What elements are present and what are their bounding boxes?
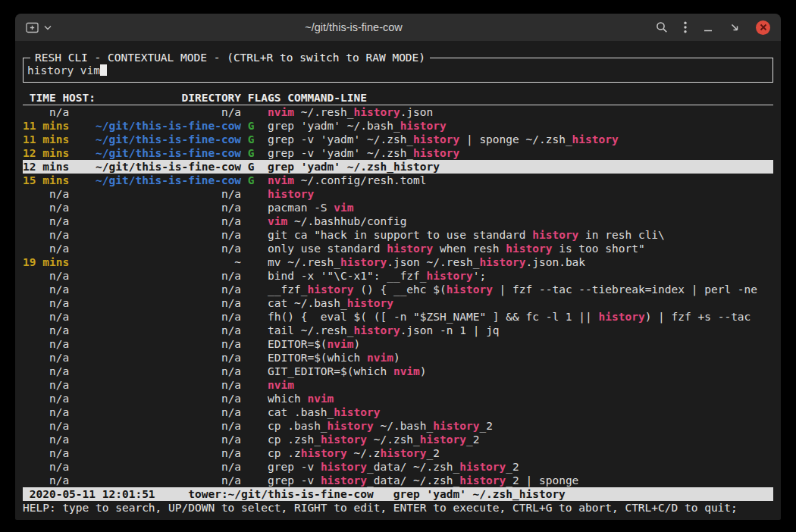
history-row[interactable]: 15 mins ~/git/this-is-fine-cow G nvim ~/… <box>23 174 773 187</box>
history-row[interactable]: n/a n/a tail ~/.resh_history.json -n 1 |… <box>23 324 773 337</box>
minimize-button[interactable] <box>703 22 713 33</box>
history-row[interactable]: n/a n/a history <box>23 187 773 201</box>
menu-kebab-icon[interactable] <box>684 21 687 33</box>
status-bar: 2020-05-11 12:01:51 tower:~/git/this-is-… <box>23 487 773 501</box>
history-row[interactable]: n/a n/a cp .zsh_history ~/.zsh_history_2 <box>23 433 773 446</box>
search-box[interactable]: RESH CLI - CONTEXTUAL MODE - (CTRL+R to … <box>23 58 773 83</box>
history-row[interactable]: n/a n/a cat ~/.bash_history <box>23 296 773 310</box>
titlebar: ~/git/this-is-fine-cow <box>15 14 781 41</box>
history-row[interactable]: n/a n/a grep -v history_data/ ~/.zsh_his… <box>23 474 773 487</box>
history-row[interactable]: n/a n/a grep -v history_data/ ~/.zsh_his… <box>23 460 773 474</box>
history-row[interactable]: n/a n/a cat .bash_history <box>23 405 773 419</box>
table-header: TIME HOST: DIRECTORY FLAGS COMMAND-LINE <box>23 91 773 105</box>
chevron-down-icon[interactable] <box>44 25 52 30</box>
titlebar-right-group <box>656 20 770 35</box>
new-tab-icon[interactable] <box>26 22 39 33</box>
search-query: history vim <box>27 64 100 77</box>
history-row[interactable]: n/a n/a bind -x '"\C-x1": __fzf_history'… <box>23 269 773 283</box>
search-input[interactable]: history vim <box>24 64 107 77</box>
history-row[interactable]: n/a n/a pacman -S vim <box>23 201 773 214</box>
history-row[interactable]: n/a n/a only use standard history when r… <box>23 242 773 255</box>
history-row[interactable]: 19 mins ~ mv ~/.resh_history.json ~/.res… <box>23 255 773 269</box>
titlebar-left-group <box>26 22 52 33</box>
history-row[interactable]: n/a n/a nvim ~/.resh_history.json <box>23 105 773 119</box>
history-row[interactable]: n/a n/a cp .bash_history ~/.bash_history… <box>23 419 773 433</box>
history-row[interactable]: 12 mins ~/git/this-is-fine-cow G grep -v… <box>23 146 773 160</box>
terminal-content: RESH CLI - CONTEXTUAL MODE - (CTRL+R to … <box>15 41 781 515</box>
history-row[interactable]: n/a n/a nvim <box>23 378 773 392</box>
history-row[interactable]: n/a n/a EDITOR=$(nvim) <box>23 337 773 351</box>
restore-button[interactable] <box>729 22 740 33</box>
history-row[interactable]: 12 mins ~/git/this-is-fine-cow G grep 'y… <box>23 160 773 174</box>
close-icon <box>760 23 767 31</box>
history-row[interactable]: n/a n/a cp .zhistory ~/.zhistory_2 <box>23 446 773 460</box>
help-line: HELP: type to search, UP/DOWN to select,… <box>23 501 773 515</box>
history-row[interactable]: n/a n/a __fzf_history () { __ehc $(histo… <box>23 283 773 296</box>
history-rows: n/a n/a nvim ~/.resh_history.json11 mins… <box>23 105 773 487</box>
close-button[interactable] <box>756 20 770 35</box>
history-row[interactable]: n/a n/a EDITOR=$(which nvim) <box>23 351 773 365</box>
history-row[interactable]: n/a n/a which nvim <box>23 392 773 405</box>
window-title: ~/git/this-is-fine-cow <box>52 21 656 33</box>
history-row[interactable]: 11 mins ~/git/this-is-fine-cow G grep 'y… <box>23 119 773 133</box>
history-row[interactable]: n/a n/a vim ~/.bashhub/config <box>23 214 773 228</box>
search-box-title: RESH CLI - CONTEXTUAL MODE - (CTRL+R to … <box>30 51 430 64</box>
history-row[interactable]: n/a n/a git ca "hack in support to use s… <box>23 228 773 242</box>
terminal-window: ~/git/this-is-fine-cow RESH CLI - CONTEX… <box>15 14 781 520</box>
history-row[interactable]: n/a n/a GIT_EDITOR=$(which nvim) <box>23 365 773 378</box>
search-icon[interactable] <box>656 21 668 33</box>
history-row[interactable]: 11 mins ~/git/this-is-fine-cow G grep -v… <box>23 133 773 146</box>
text-cursor <box>100 64 107 76</box>
history-row[interactable]: n/a n/a fh() { eval $( ([ -n "$ZSH_NAME"… <box>23 310 773 324</box>
